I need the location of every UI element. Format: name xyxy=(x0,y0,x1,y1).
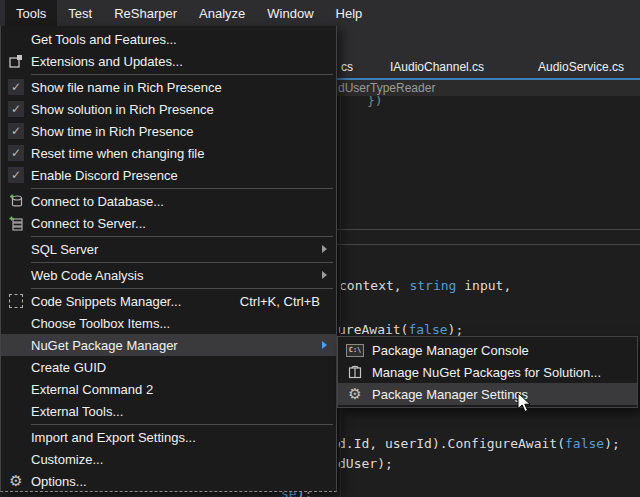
menubar-item-tools[interactable]: Tools xyxy=(5,0,57,26)
menu-item-extensions[interactable]: Extensions and Updates... xyxy=(1,50,336,72)
menu-item-get-tools[interactable]: Get Tools and Features... xyxy=(1,28,336,50)
checkmark-icon: ✓ xyxy=(8,101,24,117)
database-icon xyxy=(1,190,31,212)
code-line: dUser); xyxy=(338,456,393,471)
checkmark-icon: ✓ xyxy=(8,79,24,95)
code-line: context, string input, xyxy=(339,278,511,293)
submenu-item-manage-nuget-packages[interactable]: Manage NuGet Packages for Solution... xyxy=(338,361,637,383)
menu-item-external-command-2[interactable]: External Command 2 xyxy=(1,378,336,400)
checkmark-icon: ✓ xyxy=(8,145,24,161)
shortcut-label: Ctrl+K, Ctrl+B xyxy=(240,294,320,309)
menubar-item-test[interactable]: Test xyxy=(57,0,103,26)
server-icon xyxy=(1,212,31,234)
menu-item-external-tools[interactable]: External Tools... xyxy=(1,400,336,422)
submenu-arrow-icon xyxy=(322,341,327,349)
submenu-item-package-manager-settings[interactable]: ⚙ Package Manager Settings xyxy=(338,383,637,405)
tab-partial[interactable]: cs xyxy=(341,60,353,74)
nuget-submenu: C:\ Package Manager Console Manage NuGet… xyxy=(337,336,638,408)
menu-item-sql-server[interactable]: SQL Server xyxy=(1,238,336,260)
editor-splitter-line xyxy=(337,229,640,230)
menubar-item-help[interactable]: Help xyxy=(325,0,374,26)
menu-item-choose-toolbox[interactable]: Choose Toolbox Items... xyxy=(1,312,336,334)
tools-menu: Get Tools and Features... Extensions and… xyxy=(0,26,337,492)
gear-icon: ⚙ xyxy=(9,474,22,489)
code-line: ureAwait(false); xyxy=(338,322,463,337)
menu-separator xyxy=(31,288,333,289)
checkmark-icon: ✓ xyxy=(8,123,24,139)
vs-ide-window: Tools Test ReSharper Analyze Window Help… xyxy=(0,0,640,497)
menu-item-connect-server[interactable]: Connect to Server... xyxy=(1,212,336,234)
extensions-icon xyxy=(1,50,31,72)
menu-separator xyxy=(31,424,333,425)
submenu-arrow-icon xyxy=(322,245,327,253)
breadcrumb-type[interactable]: dUserTypeReader xyxy=(338,81,435,95)
menu-separator xyxy=(31,188,333,189)
menu-item-options[interactable]: ⚙Options... xyxy=(1,470,336,492)
snippets-icon xyxy=(1,290,31,312)
menu-item-show-solution[interactable]: ✓Show solution in Rich Presence xyxy=(1,98,336,120)
submenu-item-package-manager-console[interactable]: C:\ Package Manager Console xyxy=(338,339,637,361)
mouse-cursor xyxy=(517,392,533,414)
menu-bar: Tools Test ReSharper Analyze Window Help xyxy=(0,0,640,26)
tab-iaudiochannel[interactable]: IAudioChannel.cs xyxy=(390,60,484,74)
menu-item-show-file-name[interactable]: ✓Show file name in Rich Presence xyxy=(1,76,336,98)
menu-separator xyxy=(31,262,333,263)
menu-item-reset-time[interactable]: ✓Reset time when changing file xyxy=(1,142,336,164)
editor-guide-line xyxy=(340,96,341,497)
menubar-item-window[interactable]: Window xyxy=(256,0,324,26)
menubar-item-resharper[interactable]: ReSharper xyxy=(103,0,188,26)
package-icon xyxy=(338,361,372,383)
menu-item-show-time[interactable]: ✓Show time in Rich Presence xyxy=(1,120,336,142)
code-line: d.Id, userId).ConfigureAwait(false); xyxy=(338,436,620,451)
submenu-arrow-icon xyxy=(322,271,327,279)
menu-item-enable-discord[interactable]: ✓Enable Discord Presence xyxy=(1,164,336,186)
menu-separator xyxy=(31,74,333,75)
menu-item-code-snippets[interactable]: Code Snippets Manager... Ctrl+K, Ctrl+B xyxy=(1,290,336,312)
menu-separator xyxy=(31,236,333,237)
menu-item-import-export-settings[interactable]: Import and Export Settings... xyxy=(1,426,336,448)
menu-item-create-guid[interactable]: Create GUID xyxy=(1,356,336,378)
checkmark-icon: ✓ xyxy=(8,167,24,183)
editor-splitter-line xyxy=(337,244,640,245)
gear-icon: ⚙ xyxy=(338,383,372,405)
menu-item-web-code-analysis[interactable]: Web Code Analysis xyxy=(1,264,336,286)
menu-item-connect-database[interactable]: Connect to Database... xyxy=(1,190,336,212)
console-icon: C:\ xyxy=(338,339,372,361)
menu-item-customize[interactable]: Customize... xyxy=(1,448,336,470)
menu-item-nuget-package-manager[interactable]: NuGet Package Manager xyxy=(1,334,336,356)
menubar-item-analyze[interactable]: Analyze xyxy=(188,0,256,26)
tab-audioservice[interactable]: AudioService.cs xyxy=(538,60,624,74)
